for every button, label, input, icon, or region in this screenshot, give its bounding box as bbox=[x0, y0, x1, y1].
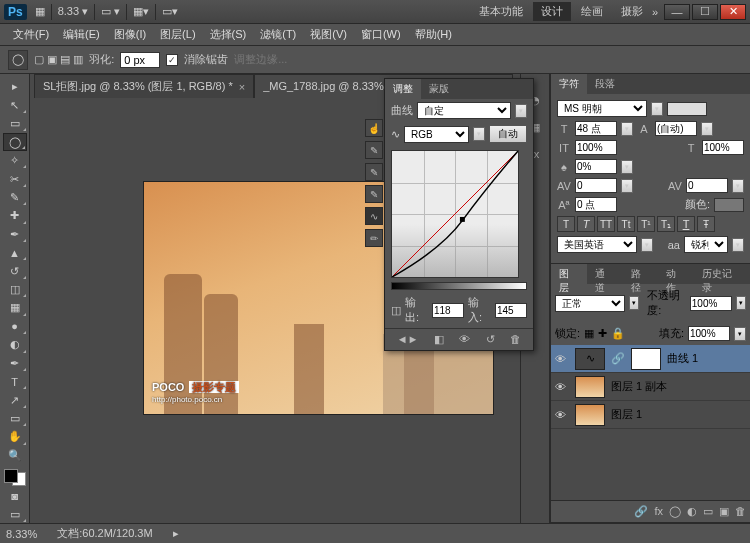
input-input[interactable] bbox=[495, 303, 527, 318]
lock-all-icon[interactable]: 🔒 bbox=[611, 327, 625, 340]
adjustment-thumb[interactable]: ∿ bbox=[575, 348, 605, 370]
visibility-icon[interactable]: 👁 bbox=[555, 409, 569, 421]
quickmask-icon[interactable]: ◙ bbox=[3, 487, 27, 504]
eyedropper-tool[interactable]: ✎ bbox=[3, 189, 27, 206]
dropdown-icon[interactable]: ▾ bbox=[651, 102, 663, 116]
heal-tool[interactable]: ✚ bbox=[3, 207, 27, 224]
font-family-select[interactable]: MS 明朝 bbox=[557, 100, 647, 117]
layer-thumb[interactable] bbox=[575, 376, 605, 398]
leading-input[interactable] bbox=[655, 121, 697, 136]
new-layer-icon[interactable]: ▣ bbox=[719, 505, 729, 518]
delete-adj-icon[interactable]: 🗑 bbox=[510, 333, 521, 346]
auto-button[interactable]: 自动 bbox=[489, 125, 527, 143]
status-zoom[interactable]: 8.33% bbox=[6, 528, 37, 540]
marquee-tool[interactable]: ▭ bbox=[3, 115, 27, 132]
workspace-paint[interactable]: 绘画 bbox=[573, 2, 611, 21]
font-style-select[interactable] bbox=[667, 102, 707, 116]
close-button[interactable]: ✕ bbox=[720, 4, 746, 20]
dodge-tool[interactable]: ◐ bbox=[3, 336, 27, 353]
menu-filter[interactable]: 滤镜(T) bbox=[253, 25, 303, 44]
workspace-design[interactable]: 设计 bbox=[533, 2, 571, 21]
selection-mode-icons[interactable]: ▢ ▣ ▤ ▥ bbox=[34, 53, 83, 66]
wand-tool[interactable]: ✧ bbox=[3, 152, 27, 169]
menu-select[interactable]: 选择(S) bbox=[203, 25, 254, 44]
workspace-photo[interactable]: 摄影 bbox=[613, 2, 651, 21]
clip-icon[interactable]: ◫ bbox=[391, 304, 401, 317]
reset-icon[interactable]: ↺ bbox=[486, 333, 495, 346]
expand-icon[interactable]: ◄► bbox=[397, 333, 419, 346]
link-layers-icon[interactable]: 🔗 bbox=[634, 505, 648, 518]
menu-window[interactable]: 窗口(W) bbox=[354, 25, 408, 44]
kerning2-input[interactable] bbox=[686, 178, 728, 193]
tracking-input[interactable] bbox=[575, 159, 617, 174]
menu-view[interactable]: 视图(V) bbox=[303, 25, 354, 44]
language-select[interactable]: 美国英语 bbox=[557, 236, 637, 253]
smallcaps-button[interactable]: Tt bbox=[617, 216, 635, 232]
visibility-icon[interactable]: 👁 bbox=[555, 353, 569, 365]
feather-input[interactable] bbox=[120, 52, 160, 68]
lock-position-icon[interactable]: ✚ bbox=[598, 327, 607, 340]
layer-row[interactable]: 👁 图层 1 副本 bbox=[551, 373, 750, 401]
clip-layer-icon[interactable]: ◧ bbox=[434, 333, 444, 346]
gray-point-icon[interactable]: ✎ bbox=[365, 163, 383, 181]
visibility-icon[interactable]: 👁 bbox=[555, 381, 569, 393]
underline-button[interactable]: T bbox=[677, 216, 695, 232]
hscale-input[interactable] bbox=[702, 140, 744, 155]
mask-thumb[interactable] bbox=[631, 348, 661, 370]
screen-mode-icon[interactable]: ▭▾ bbox=[162, 5, 178, 18]
baseline-input[interactable] bbox=[575, 197, 617, 212]
menu-image[interactable]: 图像(I) bbox=[107, 25, 153, 44]
tab-actions[interactable]: 动作 bbox=[658, 264, 694, 284]
antialias-select[interactable]: 锐利 bbox=[684, 236, 728, 253]
super-button[interactable]: T¹ bbox=[637, 216, 655, 232]
layer-row[interactable]: 👁 图层 1 bbox=[551, 401, 750, 429]
shape-tool[interactable]: ▭ bbox=[3, 410, 27, 427]
view-previous-icon[interactable]: 👁 bbox=[459, 333, 470, 346]
pen-tool[interactable]: ✒ bbox=[3, 355, 27, 372]
history-brush-tool[interactable]: ↺ bbox=[3, 262, 27, 279]
tab-adjustments[interactable]: 调整 bbox=[385, 79, 421, 99]
tab-masks[interactable]: 蒙版 bbox=[421, 79, 457, 99]
close-tab-icon[interactable]: × bbox=[239, 81, 245, 93]
tab-character[interactable]: 字符 bbox=[551, 74, 587, 94]
vscale-input[interactable] bbox=[575, 140, 617, 155]
tab-paths[interactable]: 路径 bbox=[623, 264, 659, 284]
minimize-button[interactable]: — bbox=[664, 4, 690, 20]
workspace-basic[interactable]: 基本功能 bbox=[471, 2, 531, 21]
lasso-tool[interactable]: ◯ bbox=[3, 133, 27, 151]
adjustment-icon[interactable]: ◐ bbox=[687, 505, 697, 518]
tab-history[interactable]: 历史记录 bbox=[694, 264, 750, 284]
text-color-swatch[interactable] bbox=[714, 198, 744, 212]
font-size-input[interactable] bbox=[575, 121, 617, 136]
antialias-checkbox[interactable]: ✓ bbox=[166, 54, 178, 66]
layer-name[interactable]: 图层 1 副本 bbox=[611, 379, 667, 394]
pencil-tool-icon[interactable]: ✏ bbox=[365, 229, 383, 247]
strike-button[interactable]: Ŧ bbox=[697, 216, 715, 232]
gradient-tool[interactable]: ▦ bbox=[3, 299, 27, 316]
opacity-input[interactable] bbox=[690, 296, 732, 311]
sub-button[interactable]: T₁ bbox=[657, 216, 675, 232]
view-icon[interactable]: ▭ ▾ bbox=[101, 5, 120, 18]
white-point-icon[interactable]: ✎ bbox=[365, 185, 383, 203]
document-tab-1[interactable]: SL拒图.jpg @ 8.33% (图层 1, RGB/8) *× bbox=[34, 74, 254, 98]
output-input[interactable] bbox=[432, 303, 464, 318]
curves-preset-select[interactable]: 自定 bbox=[417, 102, 511, 119]
zoom-display[interactable]: 8.33 ▾ bbox=[58, 5, 88, 18]
channel-select[interactable]: RGB bbox=[404, 126, 469, 143]
menu-layer[interactable]: 图层(L) bbox=[153, 25, 202, 44]
stamp-tool[interactable]: ▲ bbox=[3, 244, 27, 261]
zoom-tool[interactable]: 🔍 bbox=[3, 447, 27, 464]
status-arrow-icon[interactable]: ▸ bbox=[173, 527, 179, 540]
screenmode-icon[interactable]: ▭ bbox=[3, 506, 27, 523]
crop-tool[interactable]: ✂ bbox=[3, 170, 27, 187]
tab-channels[interactable]: 通道 bbox=[587, 264, 623, 284]
brush-tool[interactable]: ✒ bbox=[3, 226, 27, 243]
arrange-icon[interactable]: ▦▾ bbox=[133, 5, 149, 18]
menu-file[interactable]: 文件(F) bbox=[6, 25, 56, 44]
type-tool[interactable]: T bbox=[3, 373, 27, 390]
layer-row[interactable]: 👁 ∿ 🔗 曲线 1 bbox=[551, 345, 750, 373]
workspace-more-icon[interactable]: » bbox=[652, 6, 658, 18]
kerning-input[interactable] bbox=[575, 178, 617, 193]
layer-thumb[interactable] bbox=[575, 404, 605, 426]
move-tool[interactable]: ↖ bbox=[3, 96, 27, 113]
